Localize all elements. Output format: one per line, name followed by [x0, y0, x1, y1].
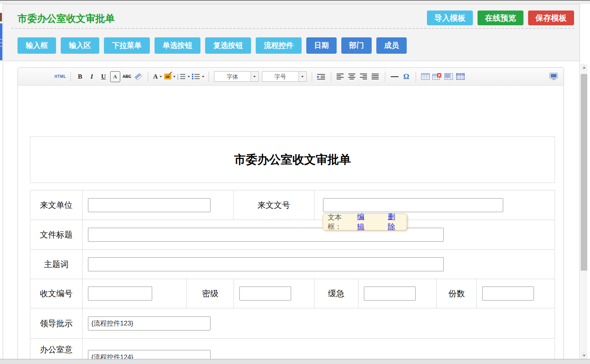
editor-toolbar: HTML B I U A ABC A ab 123 字体 — [18, 68, 564, 86]
page-title: 市委办公室收文审批单 — [18, 12, 115, 25]
input-box-control-button[interactable]: 输入框 — [18, 37, 56, 54]
field-label: 缓急 — [314, 279, 358, 308]
remove-format-icon[interactable] — [133, 71, 144, 82]
document-title-heading: 市委办公室收文审批单 — [30, 136, 555, 183]
field-label: 来文文号 — [233, 190, 314, 220]
window-bottom-strip — [0, 359, 590, 364]
sidebar-fragment-blue — [0, 23, 2, 60]
field-label: 办公室意 — [30, 339, 82, 359]
office-opinion-input[interactable] — [88, 350, 211, 359]
editor-content[interactable]: 市委办公室收文审批单 来文单位来文文号文件标题主题词收文编号密级缓急份数领导批示… — [18, 86, 564, 359]
dashed-divider — [11, 28, 574, 29]
input-cell — [82, 339, 555, 359]
dropdown-menu-control-button[interactable]: 下拉菜单 — [104, 37, 150, 54]
copies-input[interactable] — [482, 287, 534, 301]
toolbar-separator — [209, 72, 209, 82]
bold-icon[interactable]: B — [75, 71, 85, 82]
table-row: 文件标题 — [30, 220, 555, 250]
panel-header: 市委办公室收文审批单 导入模板在线预览保存模板 输入框输入区下拉菜单单选按钮复选… — [3, 4, 579, 61]
field-action-tooltip: 文本框： 编辑 删除 — [323, 213, 407, 230]
radio-button-control-button[interactable]: 单选按钮 — [155, 37, 200, 54]
align-center-icon[interactable] — [347, 71, 357, 82]
field-label: 来文单位 — [30, 190, 82, 220]
table-row: 主题词 — [30, 250, 555, 279]
save-template-button[interactable]: 保存模板 — [528, 11, 574, 25]
toolbar-separator — [416, 72, 416, 82]
input-area-control-button[interactable]: 输入区 — [61, 37, 99, 54]
input-cell — [82, 308, 555, 338]
member-control-button[interactable]: 成员 — [376, 37, 407, 54]
italic-icon[interactable]: I — [87, 71, 97, 82]
field-label: 领导批示 — [30, 308, 82, 338]
table-grid-icon[interactable] — [455, 71, 465, 82]
template-designer-panel: 市委办公室收文审批单 导入模板在线预览保存模板 输入框输入区下拉菜单单选按钮复选… — [3, 4, 580, 359]
toolbar-separator — [70, 72, 71, 82]
scroll-up-icon[interactable] — [581, 64, 587, 71]
receipt-number-input[interactable] — [88, 287, 152, 301]
highlight-color-icon[interactable]: ab — [164, 71, 176, 82]
flow-control-control-button[interactable]: 流程控件 — [256, 37, 302, 54]
toolbar-separator — [312, 72, 312, 82]
align-right-icon[interactable] — [359, 71, 369, 82]
strikethrough-icon[interactable]: ABC — [122, 71, 132, 82]
rich-text-editor: HTML B I U A ABC A ab 123 字体 — [18, 67, 564, 359]
sidebar-fragment — [0, 13, 2, 21]
toolbar-separator — [148, 72, 148, 82]
scrollbar-thumb[interactable] — [581, 74, 587, 271]
input-cell — [234, 279, 314, 308]
table-row: 办公室意 — [30, 338, 555, 359]
input-cell — [82, 250, 555, 279]
input-cell — [358, 279, 437, 308]
html-source-icon[interactable]: HTML — [54, 71, 66, 82]
delete-field-link[interactable]: 删除 — [388, 212, 402, 232]
input-cell — [476, 279, 555, 308]
checkbox-button-control-button[interactable]: 复选按钮 — [205, 37, 251, 54]
edit-field-link[interactable]: 编辑 — [357, 212, 372, 232]
incoming-doc-number-input[interactable] — [323, 198, 503, 212]
scroll-down-icon[interactable] — [581, 352, 587, 359]
table-row: 收文编号密级缓急份数 — [30, 279, 555, 308]
align-justify-icon[interactable] — [371, 71, 381, 82]
indent-icon[interactable] — [316, 71, 327, 82]
delete-table-icon[interactable] — [432, 71, 442, 82]
department-control-button[interactable]: 部门 — [341, 37, 372, 54]
insert-table-icon[interactable] — [420, 71, 430, 82]
input-cell — [82, 279, 187, 308]
underline-icon[interactable]: U — [98, 71, 109, 82]
field-label: 密级 — [186, 279, 234, 308]
unordered-list-icon[interactable] — [191, 71, 204, 82]
font-family-select[interactable]: 字体 — [214, 71, 259, 82]
ordered-list-icon[interactable]: 123 — [177, 71, 190, 82]
subject-words-input[interactable] — [88, 257, 444, 271]
security-level-input[interactable] — [239, 287, 291, 301]
field-label: 收文编号 — [30, 279, 82, 308]
horizontal-rule-icon[interactable] — [390, 71, 400, 82]
header-actions: 导入模板在线预览保存模板 — [427, 11, 574, 25]
align-left-icon[interactable] — [335, 71, 346, 82]
font-color-icon[interactable]: A — [153, 71, 163, 82]
toolbar-separator — [331, 72, 331, 82]
control-toolbox: 输入框输入区下拉菜单单选按钮复选按钮流程控件日期部门成员 — [18, 37, 407, 54]
special-char-icon[interactable]: Ω — [401, 71, 411, 82]
font-size-select[interactable]: 字号 — [262, 71, 307, 82]
import-template-button[interactable]: 导入模板 — [427, 11, 473, 25]
incoming-unit-input[interactable] — [88, 198, 211, 212]
vertical-scrollbar[interactable] — [581, 64, 587, 359]
merge-cells-icon[interactable] — [444, 71, 454, 82]
char-border-icon[interactable]: A — [110, 71, 120, 82]
font-size-dropdown-icon[interactable] — [299, 72, 306, 81]
table-row: 来文单位来文文号 — [30, 190, 555, 220]
field-label: 份数 — [436, 279, 476, 308]
input-cell — [82, 220, 555, 250]
date-control-button[interactable]: 日期 — [306, 37, 337, 54]
field-label: 文件标题 — [30, 220, 82, 250]
font-family-dropdown-icon[interactable] — [251, 72, 258, 81]
tooltip-label: 文本框： — [328, 213, 355, 231]
leader-instruction-input[interactable] — [88, 317, 211, 331]
field-label: 主题词 — [30, 250, 82, 279]
table-row: 领导批示 — [30, 308, 555, 338]
fullscreen-icon[interactable] — [549, 71, 559, 82]
online-preview-button[interactable]: 在线预览 — [478, 11, 523, 25]
input-cell — [82, 190, 233, 220]
urgency-input[interactable] — [364, 287, 416, 301]
